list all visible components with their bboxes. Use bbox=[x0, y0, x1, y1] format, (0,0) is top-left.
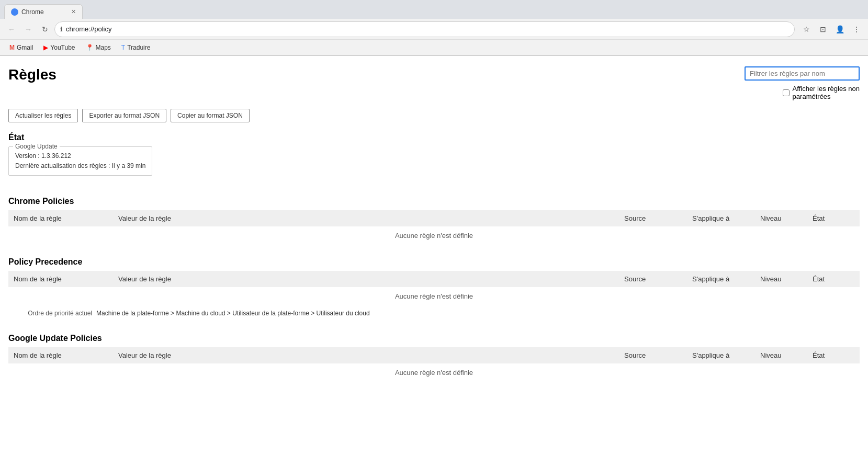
state-section: État Google Update Version : 1.3.36.212 … bbox=[8, 133, 860, 184]
gup-col-state: État bbox=[807, 347, 860, 363]
prec-col-source: Source bbox=[619, 271, 687, 287]
chrome-col-level: Niveau bbox=[755, 210, 807, 226]
status-last-update: Dernière actualisation des règles : Il y… bbox=[15, 161, 145, 171]
gup-col-applies: S'applique à bbox=[687, 347, 755, 363]
priority-row: Ordre de priorité actuel Machine de la p… bbox=[8, 305, 860, 321]
bookmark-gmail[interactable]: M Gmail bbox=[6, 43, 36, 52]
chrome-policies-tbody: Aucune règle n'est définie bbox=[8, 226, 860, 245]
translate-icon: T bbox=[121, 44, 125, 51]
gup-col-source: Source bbox=[619, 347, 687, 363]
chrome-col-applies: S'applique à bbox=[687, 210, 755, 226]
page-header: Règles Afficher les règles nonparamétrée… bbox=[8, 66, 860, 100]
bookmark-star-button[interactable]: ☆ bbox=[799, 22, 814, 37]
show-unset-label: Afficher les règles nonparamétrées bbox=[793, 85, 860, 100]
tab-close-button[interactable]: ✕ bbox=[71, 8, 76, 15]
bookmark-youtube[interactable]: ▶ YouTube bbox=[40, 43, 78, 52]
page-content: Règles Afficher les règles nonparamétrée… bbox=[0, 56, 868, 415]
chrome-policies-table: Nom de la règle Valeur de la règle Sourc… bbox=[8, 210, 860, 245]
nav-right-icons: ☆ ⊡ 👤 ⋮ bbox=[799, 22, 864, 37]
chrome-col-state: État bbox=[807, 210, 860, 226]
priority-label: Ordre de priorité actuel bbox=[8, 310, 92, 317]
gmail-icon: M bbox=[9, 44, 15, 51]
export-json-button[interactable]: Exporter au format JSON bbox=[82, 109, 166, 122]
show-unset-checkbox[interactable] bbox=[783, 89, 790, 96]
tab-favicon bbox=[11, 8, 18, 16]
browser-chrome: Chrome ✕ ← → ↻ ℹ chrome://policy ☆ ⊡ 👤 ⋮… bbox=[0, 0, 868, 56]
bookmark-youtube-label: YouTube bbox=[50, 44, 75, 51]
policy-precedence-empty-row: Aucune règle n'est définie bbox=[8, 287, 860, 305]
tab-search-button[interactable]: ⊡ bbox=[816, 22, 830, 37]
chrome-policies-title: Chrome Policies bbox=[8, 197, 860, 206]
prec-col-value: Valeur de la règle bbox=[113, 271, 619, 287]
policy-precedence-section: Policy Precedence Nom de la règle Valeur… bbox=[8, 257, 860, 321]
active-tab[interactable]: Chrome ✕ bbox=[4, 4, 83, 19]
prec-col-name: Nom de la règle bbox=[8, 271, 113, 287]
address-bar[interactable]: ℹ chrome://policy bbox=[54, 21, 795, 37]
state-section-title: État bbox=[8, 133, 860, 142]
refresh-button[interactable]: Actualiser les règles bbox=[8, 109, 78, 122]
chrome-policies-empty-message: Aucune règle n'est définie bbox=[8, 226, 860, 245]
maps-icon: 📍 bbox=[86, 44, 94, 51]
page-title: Règles bbox=[8, 66, 57, 83]
action-buttons: Actualiser les règles Exporter au format… bbox=[8, 109, 860, 122]
google-update-policies-tbody: Aucune règle n'est définie bbox=[8, 363, 860, 382]
chrome-policies-empty-row: Aucune règle n'est définie bbox=[8, 226, 860, 245]
copy-json-button[interactable]: Copier au format JSON bbox=[171, 109, 250, 122]
tab-label: Chrome bbox=[21, 8, 44, 16]
gup-col-level: Niveau bbox=[755, 347, 807, 363]
priority-value: Machine de la plate-forme > Machine du c… bbox=[96, 310, 370, 317]
gup-col-name: Nom de la règle bbox=[8, 347, 113, 363]
status-box-label: Google Update bbox=[13, 143, 60, 150]
address-secure-icon: ℹ bbox=[60, 26, 63, 33]
reload-button[interactable]: ↻ bbox=[38, 22, 52, 37]
youtube-icon: ▶ bbox=[43, 44, 48, 51]
google-update-policies-title: Google Update Policies bbox=[8, 334, 860, 343]
google-update-policies-empty-row: Aucune règle n'est définie bbox=[8, 363, 860, 382]
tab-bar: Chrome ✕ bbox=[0, 0, 868, 19]
bookmark-maps-label: Maps bbox=[96, 44, 111, 51]
prec-col-applies: S'applique à bbox=[687, 271, 755, 287]
policy-precedence-table: Nom de la règle Valeur de la règle Sourc… bbox=[8, 271, 860, 305]
filter-input[interactable] bbox=[745, 66, 860, 81]
gup-col-value: Valeur de la règle bbox=[113, 347, 619, 363]
profile-button[interactable]: 👤 bbox=[832, 22, 847, 37]
google-update-policies-section: Google Update Policies Nom de la règle V… bbox=[8, 334, 860, 382]
bookmark-translate[interactable]: T Traduire bbox=[118, 43, 154, 52]
status-version: Version : 1.3.36.212 bbox=[15, 151, 145, 161]
bookmark-maps[interactable]: 📍 Maps bbox=[83, 43, 114, 52]
back-button[interactable]: ← bbox=[4, 22, 19, 37]
prec-col-level: Niveau bbox=[755, 271, 807, 287]
chrome-col-name: Nom de la règle bbox=[8, 210, 113, 226]
policy-precedence-title: Policy Precedence bbox=[8, 257, 860, 267]
header-right: Afficher les règles nonparamétrées bbox=[745, 66, 860, 100]
menu-button[interactable]: ⋮ bbox=[849, 22, 864, 37]
google-update-policies-table: Nom de la règle Valeur de la règle Sourc… bbox=[8, 347, 860, 382]
policy-precedence-thead: Nom de la règle Valeur de la règle Sourc… bbox=[8, 271, 860, 287]
bookmark-gmail-label: Gmail bbox=[17, 44, 33, 51]
bookmark-translate-label: Traduire bbox=[127, 44, 150, 51]
forward-button[interactable]: → bbox=[21, 22, 36, 37]
chrome-policies-thead: Nom de la règle Valeur de la règle Sourc… bbox=[8, 210, 860, 226]
chrome-col-value: Valeur de la règle bbox=[113, 210, 619, 226]
policy-precedence-tbody: Aucune règle n'est définie bbox=[8, 287, 860, 305]
chrome-col-source: Source bbox=[619, 210, 687, 226]
bookmarks-bar: M Gmail ▶ YouTube 📍 Maps T Traduire bbox=[0, 40, 868, 55]
google-update-policies-thead: Nom de la règle Valeur de la règle Sourc… bbox=[8, 347, 860, 363]
google-update-status-box: Google Update Version : 1.3.36.212 Derni… bbox=[8, 146, 152, 176]
address-url: chrome://policy bbox=[66, 25, 789, 33]
google-update-policies-empty-message: Aucune règle n'est définie bbox=[8, 363, 860, 382]
chrome-policies-section: Chrome Policies Nom de la règle Valeur d… bbox=[8, 197, 860, 245]
show-unset-row: Afficher les règles nonparamétrées bbox=[783, 85, 860, 100]
prec-col-state: État bbox=[807, 271, 860, 287]
policy-precedence-empty-message: Aucune règle n'est définie bbox=[8, 287, 860, 305]
nav-bar: ← → ↻ ℹ chrome://policy ☆ ⊡ 👤 ⋮ bbox=[0, 19, 868, 40]
